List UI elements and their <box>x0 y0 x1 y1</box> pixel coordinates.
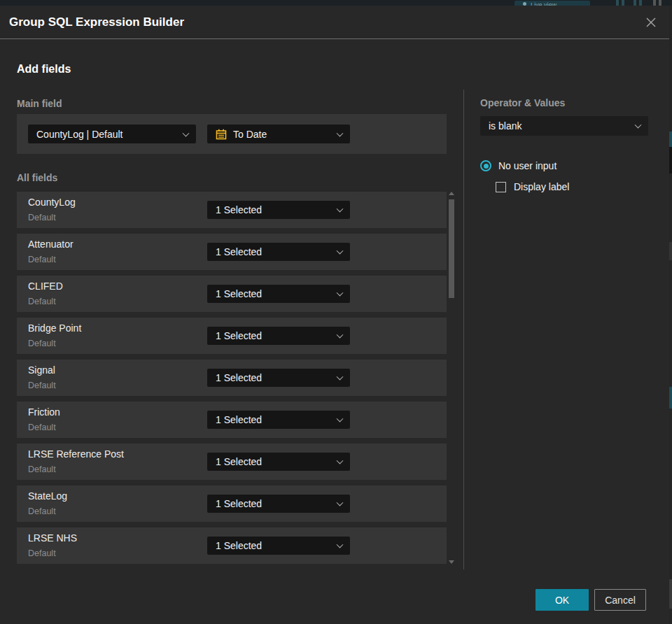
field-row: Friction Default 1 Selected <box>17 402 447 438</box>
field-name: Bridge Point <box>28 322 81 334</box>
chevron-down-icon <box>337 458 344 465</box>
chevron-down-icon <box>635 122 642 129</box>
field-name: StateLog <box>28 490 67 502</box>
field-selection-value: 1 Selected <box>216 204 262 215</box>
field-name: Attenuator <box>28 239 74 250</box>
add-fields-heading: Add fields <box>17 63 71 76</box>
field-row: CountyLog Default 1 Selected <box>17 192 447 228</box>
chevron-down-icon <box>337 416 344 423</box>
field-row: Attenuator Default 1 Selected <box>17 234 447 270</box>
field-subtitle: Default <box>28 465 56 474</box>
field-name: CountyLog <box>28 197 76 208</box>
chevron-down-icon <box>337 290 344 297</box>
date-field-dropdown-value: To Date <box>233 129 267 140</box>
field-selection-value: 1 Selected <box>216 414 262 425</box>
field-name: CLIFED <box>28 281 63 292</box>
radio-selected-icon <box>480 160 491 171</box>
field-selection-value: 1 Selected <box>216 246 262 257</box>
field-subtitle: Default <box>28 297 56 306</box>
operator-values-label: Operator & Values <box>480 97 565 108</box>
pause-icon <box>653 0 662 6</box>
background-app-strip: Live view <box>0 0 672 6</box>
panel-divider <box>463 90 464 569</box>
chevron-down-icon <box>337 374 344 381</box>
main-field-dropdown-value: CountyLog | Default <box>36 129 123 140</box>
fields-list-scrollbar[interactable] <box>448 192 455 564</box>
field-selection-value: 1 Selected <box>216 372 262 383</box>
chevron-down-icon <box>337 248 344 255</box>
pause-icon <box>634 0 642 6</box>
chevron-down-icon <box>183 129 190 136</box>
no-user-input-radio[interactable]: No user input <box>480 160 556 171</box>
ok-button[interactable]: OK <box>536 589 589 611</box>
field-subtitle: Default <box>28 381 56 390</box>
field-selection-dropdown[interactable]: 1 Selected <box>207 453 350 471</box>
field-selection-value: 1 Selected <box>216 540 262 551</box>
field-selection-dropdown[interactable]: 1 Selected <box>207 537 350 555</box>
field-row: CLIFED Default 1 Selected <box>17 276 447 312</box>
dialog-footer: OK Cancel <box>536 589 646 611</box>
field-selection-dropdown[interactable]: 1 Selected <box>207 243 350 261</box>
field-subtitle: Default <box>28 255 56 264</box>
pause-icon <box>616 0 624 6</box>
close-icon <box>645 16 657 29</box>
live-view-button[interactable]: Live view <box>514 1 590 6</box>
field-row: LRSE NHS Default 1 Selected <box>17 527 447 564</box>
all-fields-label: All fields <box>17 172 57 183</box>
field-subtitle: Default <box>28 548 56 558</box>
close-button[interactable] <box>643 14 659 31</box>
checkbox-unchecked-icon <box>496 182 506 192</box>
dialog-title: Group SQL Expression Builder <box>9 15 184 29</box>
field-selection-dropdown[interactable]: 1 Selected <box>207 285 350 303</box>
field-subtitle: Default <box>28 506 56 516</box>
field-row: LRSE Reference Post Default 1 Selected <box>17 444 447 480</box>
field-selection-dropdown[interactable]: 1 Selected <box>207 327 350 345</box>
main-field-panel: CountyLog | Default To Date <box>17 114 447 154</box>
field-selection-value: 1 Selected <box>216 330 262 341</box>
scroll-down-icon[interactable] <box>449 560 454 564</box>
field-row: StateLog Default 1 Selected <box>17 485 447 522</box>
main-field-dropdown[interactable]: CountyLog | Default <box>28 125 196 143</box>
field-selection-dropdown[interactable]: 1 Selected <box>207 201 350 219</box>
operator-dropdown-value: is blank <box>489 120 522 132</box>
chevron-down-icon <box>337 206 344 213</box>
field-selection-value: 1 Selected <box>216 498 262 509</box>
field-name: LRSE Reference Post <box>28 448 124 460</box>
no-user-input-label: No user input <box>498 160 556 171</box>
field-row: Bridge Point Default 1 Selected <box>17 318 447 354</box>
dialog-titlebar: Group SQL Expression Builder <box>0 6 669 39</box>
cancel-button[interactable]: Cancel <box>594 589 646 611</box>
field-selection-value: 1 Selected <box>216 456 262 467</box>
field-selection-value: 1 Selected <box>216 288 262 299</box>
scrollbar-thumb[interactable] <box>449 199 454 298</box>
field-selection-dropdown[interactable]: 1 Selected <box>207 369 350 387</box>
calendar-icon <box>216 129 227 140</box>
field-row: Signal Default 1 Selected <box>17 360 447 396</box>
chevron-down-icon <box>337 541 344 548</box>
chevron-down-icon <box>337 129 344 136</box>
background-app-edge <box>669 6 672 624</box>
field-name: Friction <box>28 406 60 418</box>
chevron-down-icon <box>337 499 344 506</box>
field-name: LRSE NHS <box>28 532 77 544</box>
date-field-dropdown[interactable]: To Date <box>207 125 350 143</box>
main-field-label: Main field <box>17 98 62 109</box>
field-selection-dropdown[interactable]: 1 Selected <box>207 495 350 513</box>
field-subtitle: Default <box>28 339 56 348</box>
chevron-down-icon <box>337 332 344 339</box>
scroll-up-icon[interactable] <box>449 192 454 195</box>
operator-dropdown[interactable]: is blank <box>480 116 648 136</box>
field-name: Signal <box>28 364 55 376</box>
all-fields-list: CountyLog Default 1 Selected Attenuator … <box>17 192 447 569</box>
display-label-label: Display label <box>514 181 569 192</box>
field-subtitle: Default <box>28 213 56 222</box>
field-selection-dropdown[interactable]: 1 Selected <box>207 411 350 429</box>
field-subtitle: Default <box>28 423 56 432</box>
display-label-checkbox[interactable]: Display label <box>496 181 569 192</box>
group-sql-expression-builder-dialog: Group SQL Expression Builder Add fields … <box>0 6 669 624</box>
